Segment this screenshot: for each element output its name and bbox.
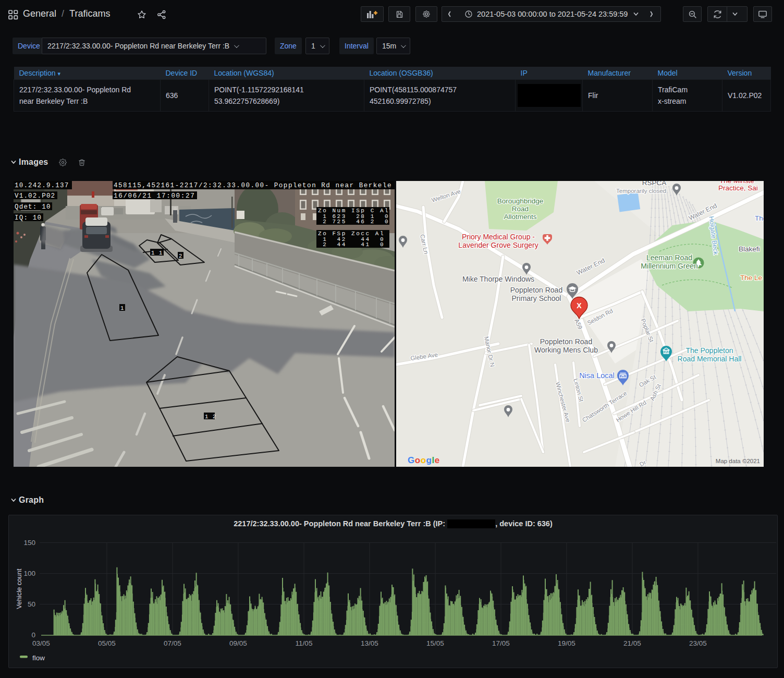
svg-text:17/05: 17/05 bbox=[492, 639, 510, 647]
svg-text:07/05: 07/05 bbox=[164, 639, 181, 647]
svg-text:50: 50 bbox=[28, 600, 35, 608]
svg-text:11/05: 11/05 bbox=[296, 639, 313, 647]
svg-text:Vehicle count: Vehicle count bbox=[15, 568, 23, 609]
svg-text:13/05: 13/05 bbox=[361, 639, 378, 647]
svg-text:0: 0 bbox=[31, 631, 35, 639]
svg-text:150: 150 bbox=[23, 539, 35, 547]
svg-text:03/05: 03/05 bbox=[32, 639, 50, 647]
svg-text:23/05: 23/05 bbox=[689, 639, 707, 647]
svg-text:15/05: 15/05 bbox=[426, 639, 444, 647]
svg-text:05/05: 05/05 bbox=[98, 639, 116, 647]
svg-text:100: 100 bbox=[23, 570, 35, 577]
svg-text:19/05: 19/05 bbox=[558, 639, 575, 647]
svg-text:flow: flow bbox=[32, 654, 45, 662]
svg-text:21/05: 21/05 bbox=[623, 639, 641, 647]
svg-text:09/05: 09/05 bbox=[229, 639, 247, 647]
